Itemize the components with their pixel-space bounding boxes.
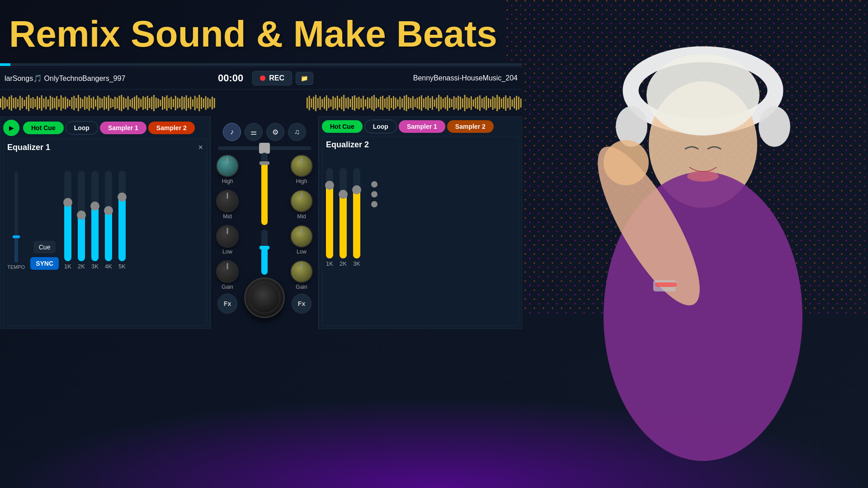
- knob-gain-right-control[interactable]: [290, 260, 313, 283]
- svg-rect-35: [43, 99, 45, 108]
- center-faders: [244, 153, 285, 318]
- tab-sampler1-left[interactable]: Sampler 1: [100, 122, 146, 134]
- tab-sampler2-left[interactable]: Sampler 2: [148, 122, 195, 134]
- fader-3k-right-track[interactable]: [353, 168, 360, 258]
- svg-rect-205: [500, 99, 502, 108]
- crossfader-track[interactable]: [218, 146, 311, 150]
- svg-rect-68: [114, 97, 116, 109]
- svg-rect-182: [451, 99, 452, 107]
- fader-5k-track[interactable]: [118, 171, 126, 261]
- knob-low-right-control[interactable]: [290, 225, 313, 248]
- knob-low-left-control[interactable]: [216, 225, 239, 248]
- fader-5k-fill: [118, 198, 126, 261]
- tab-sampler1-right[interactable]: Sampler 1: [399, 120, 445, 133]
- rec-button[interactable]: REC: [252, 71, 292, 85]
- svg-rect-181: [449, 98, 450, 108]
- knob-low-left: Low: [216, 225, 239, 255]
- knob-high-right-control[interactable]: [290, 155, 313, 177]
- tab-hot-cue-right[interactable]: Hot Cue: [322, 120, 363, 133]
- svg-rect-185: [458, 96, 459, 110]
- fader-4k-label: 4K: [105, 263, 112, 270]
- play-button-left[interactable]: ▶: [3, 120, 19, 136]
- mixer-icon-note[interactable]: ♫: [288, 123, 306, 141]
- svg-rect-27: [26, 97, 27, 109]
- progress-bar[interactable]: [0, 63, 522, 66]
- svg-rect-89: [160, 100, 161, 106]
- fader-3k-track[interactable]: [91, 171, 99, 261]
- person-svg: [522, 0, 868, 488]
- svg-rect-130: [339, 99, 340, 108]
- svg-point-13: [687, 171, 719, 182]
- svg-rect-36: [45, 97, 47, 109]
- svg-rect-139: [358, 97, 359, 109]
- svg-rect-83: [147, 96, 148, 110]
- svg-rect-104: [192, 99, 193, 107]
- big-center-knob[interactable]: [244, 277, 285, 318]
- fader-2k-track[interactable]: [78, 171, 85, 261]
- svg-rect-119: [315, 95, 316, 111]
- waveform-right[interactable]: [307, 89, 523, 117]
- fader-2k-left: 2K: [78, 171, 85, 270]
- eq-title-right: Equalizer 2: [326, 140, 369, 150]
- svg-rect-113: [212, 97, 213, 109]
- waveform-left[interactable]: [0, 89, 216, 117]
- svg-rect-111: [207, 98, 208, 108]
- eq-panel-right: Equalizer 2 1K: [322, 136, 519, 326]
- eq-title-left: Equalizer 1: [7, 143, 50, 152]
- svg-rect-22: [15, 97, 16, 109]
- tab-hot-cue-left[interactable]: Hot Cue: [23, 122, 64, 134]
- svg-rect-50: [75, 98, 77, 108]
- center-mixer: ♪ ⚌ ⚙ ♫ High: [210, 117, 319, 329]
- fx-button-right[interactable]: Fx: [292, 294, 311, 314]
- fader-3k-left: 3K: [91, 171, 99, 270]
- folder-button[interactable]: 📁: [296, 72, 313, 85]
- svg-rect-49: [73, 96, 75, 110]
- svg-rect-74: [127, 96, 129, 110]
- knob-high-left-control[interactable]: [216, 155, 239, 177]
- svg-rect-175: [436, 98, 437, 108]
- mixer-icon-music[interactable]: ♪: [223, 123, 241, 141]
- fader-1k-right-track[interactable]: [326, 168, 333, 258]
- mixer-icon-eq[interactable]: ⚌: [245, 123, 263, 141]
- svg-rect-146: [373, 95, 375, 111]
- svg-rect-159: [401, 99, 403, 108]
- knob-mid-left-control[interactable]: [216, 190, 239, 212]
- knob-low-left-label: Low: [222, 249, 232, 255]
- fader-2k-right-track[interactable]: [340, 168, 347, 258]
- fader-5k-knob: [118, 192, 127, 202]
- svg-rect-61: [99, 98, 101, 108]
- svg-rect-106: [197, 98, 198, 108]
- svg-rect-48: [71, 97, 73, 109]
- tab-loop-right[interactable]: Loop: [364, 120, 397, 133]
- sync-button-left[interactable]: SYNC: [30, 257, 59, 270]
- fader-4k-track[interactable]: [105, 171, 112, 261]
- svg-rect-199: [488, 98, 489, 108]
- ch-fader-center[interactable]: [261, 230, 268, 275]
- svg-rect-116: [308, 96, 310, 110]
- fader-1k-right-knob: [325, 181, 334, 190]
- fader-3k-right-label: 3K: [353, 260, 360, 267]
- svg-rect-67: [112, 99, 113, 107]
- svg-rect-118: [313, 97, 314, 109]
- tempo-fader-track[interactable]: [14, 172, 18, 263]
- ch-fader-center-knob: [259, 246, 269, 249]
- svg-rect-122: [321, 99, 323, 107]
- crossfader-knob[interactable]: [259, 143, 270, 154]
- svg-rect-151: [384, 99, 385, 108]
- svg-rect-109: [203, 99, 204, 108]
- svg-rect-34: [41, 95, 42, 111]
- knob-gain-left-control[interactable]: [216, 260, 239, 283]
- svg-rect-94: [170, 97, 172, 109]
- tab-loop-left[interactable]: Loop: [66, 121, 98, 135]
- fader-1k-track[interactable]: [64, 171, 71, 261]
- svg-rect-82: [145, 97, 146, 109]
- tab-sampler2-right[interactable]: Sampler 2: [447, 120, 494, 133]
- ch-fader-left[interactable]: [261, 153, 268, 225]
- eq-close-left[interactable]: ×: [198, 143, 203, 152]
- knob-mid-right-control[interactable]: [290, 190, 313, 212]
- fx-button-left[interactable]: Fx: [217, 294, 237, 314]
- cue-button-left[interactable]: Cue: [33, 241, 56, 253]
- svg-rect-75: [130, 99, 131, 107]
- svg-rect-147: [375, 98, 377, 108]
- mixer-icon-gear[interactable]: ⚙: [266, 123, 284, 141]
